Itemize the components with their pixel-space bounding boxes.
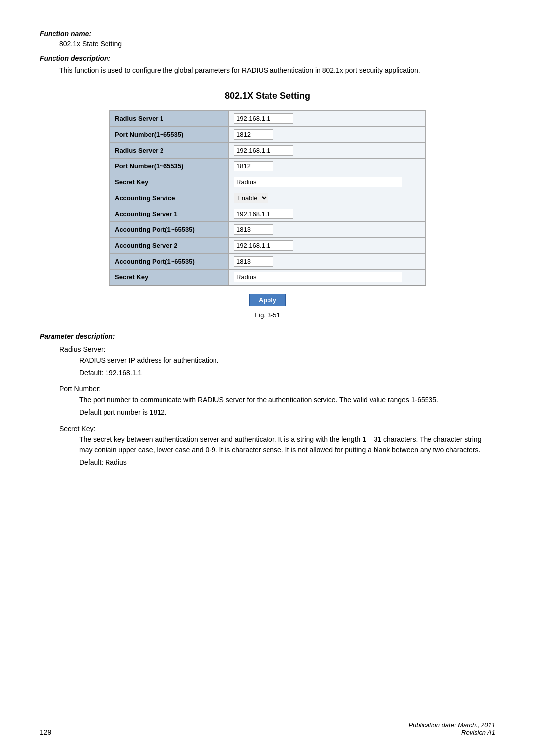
table-value-cell[interactable]: EnableDisable (229, 190, 426, 206)
param-description-label: Parameter description: (40, 332, 495, 340)
param-text-0-1: Default: 192.168.1.1 (79, 368, 495, 378)
param-text-1-1: Default port number is 1812. (79, 407, 495, 418)
function-description-label: Function description: (40, 54, 495, 62)
param-title-1: Port Number: (59, 385, 495, 393)
port-number-input[interactable] (234, 161, 273, 171)
table-row: Accounting Port(1~65535) (110, 222, 426, 238)
table-label-cell: Radius Server 2 (110, 143, 229, 159)
param-text-1-0: The port number to communicate with RADI… (79, 395, 495, 405)
table-row: Accounting Server 1 (110, 206, 426, 222)
port-number-input[interactable] (234, 256, 273, 267)
table-value-cell[interactable] (229, 159, 426, 174)
table-row: Radius Server 2 (110, 143, 426, 159)
function-description-text: This function is used to configure the g… (59, 65, 495, 76)
table-label-cell: Port Number(1~65535) (110, 159, 229, 174)
table-value-cell[interactable] (229, 111, 426, 127)
footer-pub-line2: Revision A1 (408, 729, 495, 736)
server-ip-input[interactable] (234, 113, 293, 124)
table-row: Accounting ServiceEnableDisable (110, 190, 426, 206)
table-label-cell: Accounting Port(1~65535) (110, 222, 229, 238)
settings-table-container: Radius Server 1Port Number(1~65535)Radiu… (109, 110, 426, 286)
table-row: Accounting Port(1~65535) (110, 254, 426, 270)
table-label-cell: Secret Key (110, 270, 229, 285)
port-number-input[interactable] (234, 129, 273, 140)
settings-table: Radius Server 1Port Number(1~65535)Radiu… (109, 110, 426, 285)
table-row: Secret Key (110, 174, 426, 190)
secret-key-input[interactable] (234, 272, 402, 282)
table-row: Port Number(1~65535) (110, 127, 426, 143)
param-section-0: Radius Server:RADIUS server IP address f… (40, 345, 495, 378)
table-label-cell: Accounting Server 2 (110, 238, 229, 254)
param-text-0-0: RADIUS server IP address for authenticat… (79, 355, 495, 366)
table-label-cell: Radius Server 1 (110, 111, 229, 127)
section-title: 802.1X State Setting (40, 91, 495, 101)
table-value-cell[interactable] (229, 238, 426, 254)
footer-publication: Publication date: March., 2011 Revision … (408, 721, 495, 736)
apply-button[interactable]: Apply (249, 294, 286, 306)
table-row: Secret Key (110, 270, 426, 285)
port-number-input[interactable] (234, 224, 273, 235)
table-label-cell: Accounting Service (110, 190, 229, 206)
param-section-2: Secret Key:The secret key between authen… (40, 425, 495, 468)
param-title-2: Secret Key: (59, 425, 495, 432)
table-value-cell[interactable] (229, 127, 426, 143)
param-text-2-0: The secret key between authentication se… (79, 434, 495, 455)
server-ip-input[interactable] (234, 240, 293, 251)
param-text-2-1: Default: Radius (79, 457, 495, 468)
table-row: Accounting Server 2 (110, 238, 426, 254)
footer-pub-line1: Publication date: March., 2011 (408, 721, 495, 729)
table-row: Port Number(1~65535) (110, 159, 426, 174)
table-value-cell[interactable] (229, 206, 426, 222)
table-value-cell[interactable] (229, 174, 426, 190)
server-ip-input[interactable] (234, 209, 293, 219)
secret-key-input[interactable] (234, 177, 402, 187)
table-value-cell[interactable] (229, 254, 426, 270)
footer: 129 Publication date: March., 2011 Revis… (0, 721, 535, 736)
table-label-cell: Accounting Port(1~65535) (110, 254, 229, 270)
table-value-cell[interactable] (229, 270, 426, 285)
table-label-cell: Secret Key (110, 174, 229, 190)
function-name-label: Function name: (40, 30, 495, 38)
footer-page: 129 (40, 728, 51, 736)
table-value-cell[interactable] (229, 222, 426, 238)
table-value-cell[interactable] (229, 143, 426, 159)
apply-container: Apply (40, 294, 495, 306)
param-section-1: Port Number:The port number to communica… (40, 385, 495, 418)
accounting-service-select[interactable]: EnableDisable (234, 193, 268, 203)
table-label-cell: Port Number(1~65535) (110, 127, 229, 143)
param-sections: Radius Server:RADIUS server IP address f… (40, 345, 495, 468)
table-row: Radius Server 1 (110, 111, 426, 127)
param-title-0: Radius Server: (59, 345, 495, 353)
table-label-cell: Accounting Server 1 (110, 206, 229, 222)
function-name-value: 802.1x State Setting (59, 40, 495, 48)
fig-caption: Fig. 3-51 (40, 311, 495, 319)
server-ip-input[interactable] (234, 145, 293, 156)
